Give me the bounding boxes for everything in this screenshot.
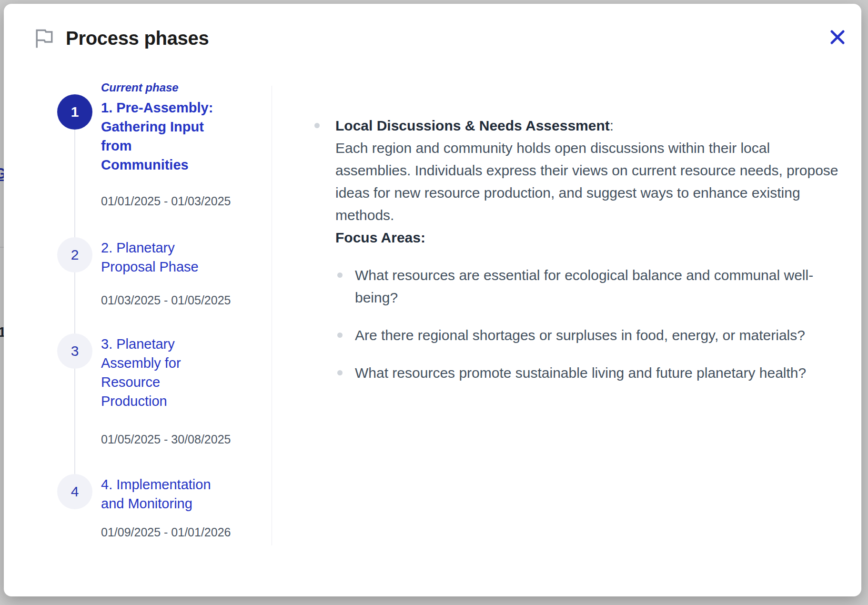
bullet-icon (337, 370, 343, 375)
modal-header: Process phases (34, 28, 209, 49)
page-background: G 1 Process phases 1 Current phase 1. Pr… (0, 0, 868, 605)
list-item: What resources are essential for ecologi… (337, 264, 840, 309)
modal-title: Process phases (66, 28, 209, 49)
section-body: Each region and community holds open dis… (335, 137, 840, 226)
list-item: Are there regional shortages or surpluse… (337, 324, 840, 346)
column-divider (272, 86, 272, 545)
flag-icon (34, 29, 54, 49)
bullet-icon (337, 333, 343, 338)
phase-dates: 01/05/2025 - 30/08/2025 (101, 433, 253, 446)
list-item: Local Discussions & Needs Assessment: Ea… (314, 114, 848, 384)
phase-step-indicator: 1 (57, 94, 92, 130)
phase-title-link[interactable]: 2. Planetary Proposal Phase (101, 238, 215, 276)
phase-dates: 01/09/2025 - 01/01/2026 (101, 525, 253, 539)
focus-area-text: Are there regional shortages or surpluse… (355, 324, 805, 346)
bullet-icon (337, 272, 343, 278)
phase-title-link[interactable]: 4. Implementation and Monitoring (101, 475, 215, 513)
current-phase-badge: Current phase (101, 81, 179, 94)
process-phases-modal: Process phases 1 Current phase 1. Pre-As… (4, 4, 861, 596)
phase-description: Local Discussions & Needs Assessment: Ea… (314, 114, 848, 384)
focus-areas-list: What resources are essential for ecologi… (335, 264, 840, 384)
phase-step-indicator: 4 (57, 474, 92, 509)
bullet-icon (314, 123, 320, 128)
focus-area-text: What resources are essential for ecologi… (355, 264, 840, 309)
phase-dates: 01/03/2025 - 01/05/2025 (101, 293, 253, 307)
close-button[interactable] (826, 26, 849, 49)
close-icon (829, 29, 846, 46)
timeline-connector (74, 118, 75, 494)
section-heading: Local Discussions & Needs Assessment (335, 118, 610, 133)
focus-area-text: What resources promote sustainable livin… (355, 362, 806, 384)
phase-title-link[interactable]: 1. Pre-Assembly: Gathering Input from Co… (101, 98, 215, 174)
phase-title-link[interactable]: 3. Planetary Assembly for Resource Produ… (101, 334, 215, 411)
phase-step-indicator: 2 (57, 237, 92, 272)
list-item: What resources promote sustainable livin… (337, 362, 840, 384)
section-heading-colon: : (610, 118, 614, 133)
focus-areas-label: Focus Areas: (335, 226, 840, 249)
phase-dates: 01/01/2025 - 01/03/2025 (101, 194, 253, 208)
phase-step-indicator: 3 (57, 333, 92, 369)
